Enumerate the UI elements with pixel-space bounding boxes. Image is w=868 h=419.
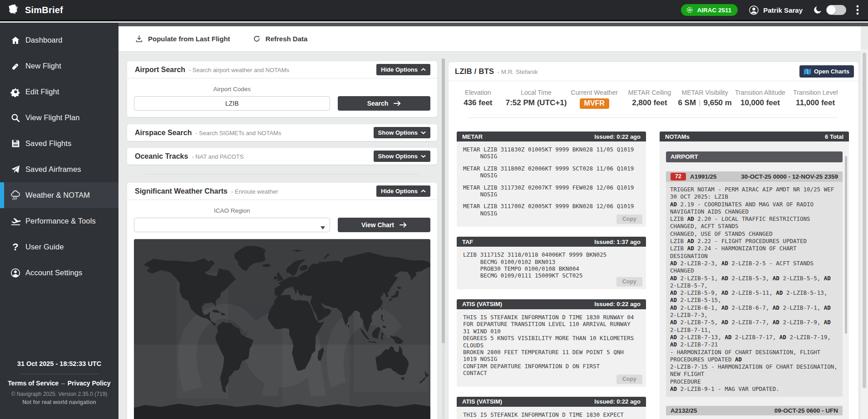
metar-issued: Issued: 0:22 ago <box>594 133 641 140</box>
sidebar-item-new-flight[interactable]: New Flight <box>0 53 118 79</box>
notam-item[interactable]: 72 A1991/25 30-OCT-25 0000 - 12-NOV-25 2… <box>666 171 843 397</box>
airport-search-hide-options-button[interactable]: Hide Options <box>376 64 430 75</box>
notam-scrollbar[interactable] <box>845 156 847 334</box>
airport-stats: Elevation 436 feet Local Time 7:52 PM (U… <box>449 81 858 109</box>
column-scrollbar[interactable] <box>442 58 445 419</box>
refresh-data-button[interactable]: Refresh Data <box>253 35 308 43</box>
sidebar-item-saved-flights[interactable]: Saved Flights <box>0 131 118 156</box>
chevron-down-icon <box>421 131 426 134</box>
value-separator: | <box>696 98 703 107</box>
sidebar-item-user-guide[interactable]: ? User Guide <box>0 234 118 260</box>
airac-button[interactable]: AIRAC 2511 <box>681 4 738 16</box>
header-shadow-strip <box>118 23 868 26</box>
airport-search-title: Airport Search <box>135 66 185 74</box>
storm-cloud-icon <box>10 190 21 201</box>
copyright: © Navigraph 2025. Version 2.35.0 (719) <box>0 391 118 397</box>
populate-last-flight-button[interactable]: Populate from Last Flight <box>135 35 230 43</box>
taf-issued: Issued: 1:37 ago <box>594 239 641 245</box>
flight-category-badge: MVFR <box>580 98 609 109</box>
stat-elevation: Elevation 436 feet <box>450 89 506 109</box>
copy-button[interactable]: Copy <box>616 277 642 287</box>
sidebar: Dashboard New Flight Edit Flight <box>0 23 118 419</box>
notams-total-badge: 6 Total <box>825 133 843 140</box>
airac-label: AIRAC 2511 <box>697 7 731 14</box>
sidebar-item-account-settings[interactable]: Account Settings <box>0 260 118 286</box>
notams-box: NOTAMs 6 Total AIRPORT 72 A1991/25 30-OC… <box>660 132 849 419</box>
disclaimer: Not for real world navigation <box>0 399 118 405</box>
airspace-search-card: Airspace Search - Search SIGMETs and NOT… <box>127 124 437 141</box>
window-scrollbar[interactable] <box>861 49 868 419</box>
utc-clock: 31 Oct 2025 - 18:52:33 UTC <box>0 360 118 367</box>
copy-button[interactable]: Copy <box>616 214 642 224</box>
world-map[interactable] <box>134 239 430 419</box>
open-charts-button[interactable]: Open Charts <box>799 65 854 78</box>
icao-region-label: ICAO Region <box>134 207 330 214</box>
stat-transition-altitude: Transition Altitude 10,000 feet <box>733 89 788 109</box>
oceanic-tracks-show-options-button[interactable]: Show Options <box>374 151 430 162</box>
airport-title: LZIB / BTS <box>455 67 494 76</box>
user-avatar-icon <box>749 5 759 15</box>
privacy-link[interactable]: Privacy Policy <box>68 380 111 387</box>
notam-section-airport: AIRPORT <box>666 151 843 162</box>
user-menu[interactable]: Patrik Saray <box>749 5 803 15</box>
dark-mode-toggle[interactable] <box>826 5 846 15</box>
main-area: Populate from Last Flight Refresh Data A… <box>118 23 868 419</box>
refresh-icon <box>253 35 261 43</box>
chevron-up-icon <box>421 190 426 193</box>
gear-icon <box>10 87 21 97</box>
atis-issued: Issued: 0:22 ago <box>594 398 641 405</box>
airport-name: - M.R. Stefanik <box>497 68 538 75</box>
atis-title: ATIS (VATSIM) <box>462 398 502 405</box>
section-divider <box>145 174 419 175</box>
stat-current-weather: Current Weather MVFR <box>567 89 622 109</box>
view-chart-button[interactable]: View Chart <box>338 218 430 232</box>
question-mark-icon: ? <box>10 242 21 253</box>
notam-text: TRIGGER NOTAM - PERM AIRAC AIP AMDT NR 1… <box>666 182 843 397</box>
arrow-right-icon <box>394 101 401 106</box>
stat-metar-visibility: METAR Visibility 6 SM|9,650 m <box>677 89 733 109</box>
arrow-right-icon <box>399 222 407 228</box>
brand-name: SimBrief <box>25 5 63 15</box>
map-icon <box>804 68 811 75</box>
stats-divider <box>469 117 838 118</box>
person-circle-icon <box>10 268 21 278</box>
taf-box: TAF Issued: 1:37 ago LZIB 311715Z 3118/0… <box>457 237 646 289</box>
notam-validity: 09-OCT-25 0600 - UFN <box>774 407 838 414</box>
sigwx-hide-options-button[interactable]: Hide Options <box>376 185 430 197</box>
sigwx-card: Significant Weather Charts - Enroute wea… <box>127 183 437 419</box>
overflow-menu-icon[interactable] <box>856 5 859 15</box>
chevron-up-icon <box>421 68 426 71</box>
brand[interactable]: SimBrief <box>7 3 63 17</box>
sidebar-item-view-flight-plan[interactable]: View Flight Plan <box>0 105 118 131</box>
icao-region-select[interactable] <box>134 218 330 232</box>
sidebar-item-dashboard[interactable]: Dashboard <box>0 27 118 53</box>
notams-title: NOTAMs <box>665 133 690 140</box>
notam-column: NOTAMs 6 Total AIRPORT 72 A1991/25 30-OC… <box>660 132 849 419</box>
select-arrow-icon <box>321 223 325 231</box>
airac-cycle-icon <box>686 6 693 14</box>
page-content: Airport Search - Search airport weather … <box>118 52 861 419</box>
paper-plane-icon <box>10 164 21 175</box>
footer-divider <box>21 374 98 374</box>
atis-box-2: ATIS (VATSIM) Issued: 0:22 ago THIS IS S… <box>457 397 646 419</box>
atis-issued: Issued: 0:22 ago <box>594 301 641 307</box>
copy-button[interactable]: Copy <box>616 375 642 384</box>
taf-text: LZIB 311715Z 3118/0118 04006KT 9999 BKN0… <box>457 247 646 289</box>
search-button[interactable]: Search <box>338 96 430 111</box>
notam-item[interactable]: A2132/25 09-OCT-25 0600 - UFN <box>666 406 843 415</box>
notam-id: A1991/25 <box>690 173 717 180</box>
sidebar-item-edit-flight[interactable]: Edit Flight <box>0 79 118 105</box>
sidebar-item-weather-notam[interactable]: Weather & NOTAM <box>0 182 118 208</box>
airspace-search-show-options-button[interactable]: Show Options <box>374 127 430 138</box>
action-toolbar: Populate from Last Flight Refresh Data <box>118 26 861 52</box>
sidebar-item-performance-tools[interactable]: Performance & Tools <box>0 208 118 234</box>
sidebar-footer: 31 Oct 2025 - 18:52:33 UTC Terms of Serv… <box>0 360 118 419</box>
airport-detail-panel: LZIB / BTS - M.R. Stefanik Open Charts <box>449 62 858 419</box>
sidebar-item-saved-airframes[interactable]: Saved Airframes <box>0 156 118 182</box>
oceanic-tracks-card: Oceanic Tracks - NAT and PACOTS Show Opt… <box>127 148 437 165</box>
airport-codes-input[interactable] <box>134 96 330 111</box>
notam-id: A2132/25 <box>671 407 697 414</box>
metar-text: METAR LZIB 311830Z 01005KT 9999 BKN028 1… <box>457 141 646 227</box>
takeoff-plane-icon <box>10 216 21 227</box>
terms-link[interactable]: Terms of Service <box>8 380 59 387</box>
